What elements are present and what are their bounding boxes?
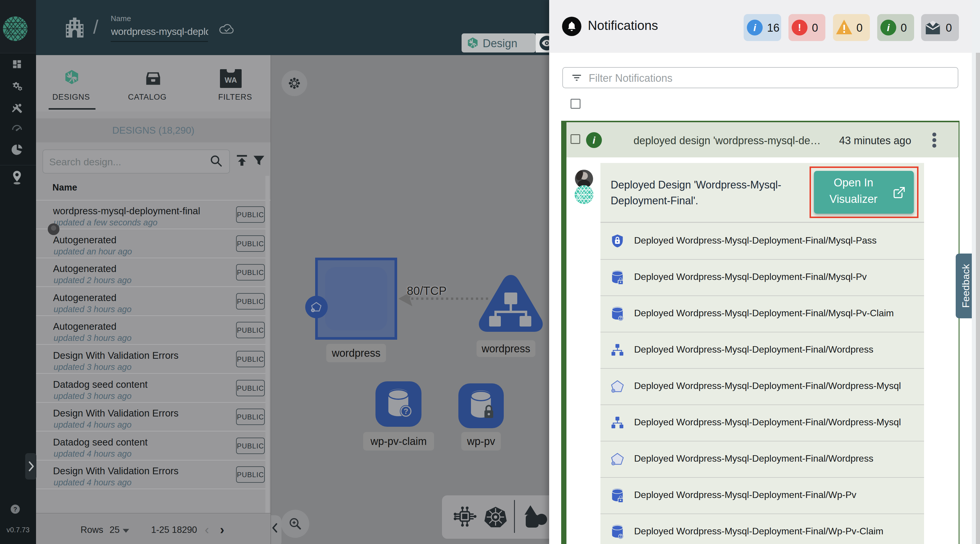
svg-text:?: ? xyxy=(404,407,408,416)
svg-text:?: ? xyxy=(13,506,17,513)
svg-text:?: ? xyxy=(619,534,622,538)
svg-text:?: ? xyxy=(619,316,622,321)
